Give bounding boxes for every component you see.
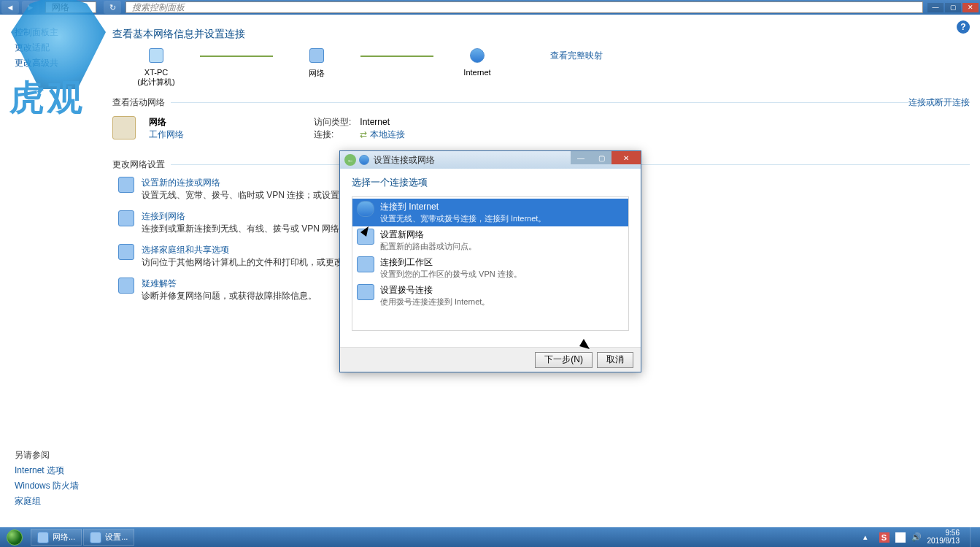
clock-time: 9:56 [927, 529, 960, 538]
section-title: 查看活动网络 [112, 96, 165, 109]
option-desc: 配置新的路由器或访问点。 [380, 241, 477, 252]
network-type-link[interactable]: 工作网络 [149, 129, 184, 139]
taskbar-item[interactable]: 设置... [83, 529, 134, 546]
topo-node-sublabel: (此计算机) [112, 77, 200, 88]
router-icon [357, 229, 374, 245]
refresh-button[interactable]: ↻ [104, 1, 121, 14]
sidebar-link[interactable]: 更改适配 [15, 42, 102, 54]
topo-node-label: XT-PC [112, 68, 200, 77]
forward-button[interactable]: ► [22, 1, 39, 14]
minimize-button[interactable]: — [927, 3, 944, 12]
option-connect-workplace[interactable]: 连接到工作区 设置到您的工作区的拨号或 VPN 连接。 [352, 254, 628, 282]
section-header: 查看活动网络 连接或断开连接 [112, 96, 970, 109]
tray-up-icon[interactable]: ▴ [863, 532, 873, 543]
dialog-maximize-button[interactable]: ▢ [591, 151, 611, 164]
sidebar-link[interactable]: 控制面板主 [15, 26, 102, 39]
task-desc: 诊断并修复网络问题，或获得故障排除信息。 [142, 290, 317, 302]
option-title: 设置新网络 [380, 229, 477, 241]
option-connect-internet[interactable]: 连接到 Internet 设置无线、宽带或拨号连接，连接到 Internet。 [352, 199, 628, 226]
sidebar-link[interactable]: 更改高级共 [15, 57, 102, 69]
dialog-close-button[interactable]: ✕ [611, 151, 641, 164]
taskbar-item-label: 网络... [53, 532, 75, 543]
topo-node-label: Internet [433, 68, 521, 77]
option-title: 设置拨号连接 [380, 284, 490, 297]
task-icon [118, 210, 134, 226]
section-title: 更改网络设置 [112, 158, 165, 171]
globe-icon [470, 48, 485, 63]
see-also-link[interactable]: Windows 防火墙 [15, 480, 102, 492]
option-desc: 设置到您的工作区的拨号或 VPN 连接。 [380, 269, 522, 280]
taskbar-item-label: 设置... [105, 532, 128, 543]
breadcrumb[interactable]: 网络 [45, 1, 96, 13]
taskbar-item[interactable]: 网络... [31, 529, 82, 546]
network-name: 网络 [149, 116, 184, 129]
clock[interactable]: 9:56 2019/8/13 [927, 529, 965, 545]
show-desktop-button[interactable] [970, 527, 977, 547]
dialog-button-row: 下一步(N) 取消 [340, 347, 641, 372]
cancel-button[interactable]: 取消 [597, 352, 633, 368]
phone-icon [357, 284, 374, 300]
sidebar: 控制面板主 更改适配 更改高级共 另请参阅 Internet 选项 Window… [0, 15, 102, 527]
network-profile-icon [112, 116, 136, 139]
start-orb-icon [7, 529, 23, 546]
task-desc: 连接到或重新连接到无线、有线、拨号或 VPN 网络连接。 [142, 223, 366, 235]
computer-icon [149, 48, 163, 63]
topo-link [200, 56, 273, 57]
option-title: 连接到 Internet [380, 201, 546, 213]
page-title: 查看基本网络信息并设置连接 [112, 28, 970, 41]
system-tray: ▴ S 🔊 9:56 2019/8/13 [863, 527, 981, 547]
task-icon [118, 278, 134, 294]
kv-value: Internet [360, 117, 390, 127]
dialog-heading: 选择一个连接选项 [352, 176, 629, 189]
task-title: 连接到网络 [142, 210, 366, 223]
close-button[interactable]: ✕ [962, 3, 979, 12]
next-button[interactable]: 下一步(N) [535, 352, 593, 368]
option-desc: 设置无线、宽带或拨号连接，连接到 Internet。 [380, 213, 546, 224]
globe-icon [357, 201, 374, 217]
task-icon [118, 177, 134, 193]
start-button[interactable] [0, 527, 29, 547]
option-title: 连接到工作区 [380, 256, 522, 269]
kv-key: 访问类型: [314, 116, 358, 129]
building-icon [357, 256, 374, 272]
wizard-dialog: ← 设置连接或网络 — ▢ ✕ 选择一个连接选项 连接到 Internet 设置… [339, 150, 641, 372]
options-listbox: 连接到 Internet 设置无线、宽带或拨号连接，连接到 Internet。 … [352, 196, 629, 331]
view-full-map-link[interactable]: 查看完整映射 [550, 50, 603, 62]
taskbar: 网络... 设置... ▴ S 🔊 9:56 2019/8/13 [0, 527, 980, 547]
connection-link[interactable]: 本地连接 [370, 129, 405, 139]
network-icon [309, 48, 324, 63]
connect-disconnect-link[interactable]: 连接或断开连接 [908, 96, 970, 109]
kv-key: 连接: [314, 129, 358, 141]
network-topology: XT-PC (此计算机) 网络 Internet 查看完整映射 [112, 48, 970, 92]
option-desc: 使用拨号连接连接到 Internet。 [380, 297, 490, 307]
see-also-link[interactable]: 家庭组 [15, 495, 102, 508]
back-button[interactable]: ◄ [1, 1, 19, 14]
address-bar: ◄ ► 网络 ↻ 搜索控制面板 — ▢ ✕ [0, 0, 980, 15]
maximize-button[interactable]: ▢ [945, 3, 961, 12]
ime-icon[interactable]: S [879, 532, 890, 543]
active-network: 网络 工作网络 访问类型: Internet 连接: ⇄ 本地连接 [112, 116, 970, 141]
see-also-header: 另请参阅 [15, 449, 102, 462]
volume-icon[interactable]: 🔊 [911, 532, 922, 543]
topo-node-label: 网络 [273, 68, 360, 79]
wizard-icon [359, 155, 369, 165]
task-icon [118, 244, 134, 260]
search-input[interactable]: 搜索控制面板 [126, 1, 923, 13]
task-title: 疑难解答 [142, 278, 317, 290]
option-setup-network[interactable]: 设置新网络 配置新的路由器或访问点。 [352, 226, 628, 254]
app-icon [37, 532, 49, 543]
option-dialup[interactable]: 设置拨号连接 使用拨号连接连接到 Internet。 [352, 282, 628, 310]
app-icon [90, 532, 101, 543]
clock-date: 2019/8/13 [927, 538, 960, 546]
dialog-minimize-button[interactable]: — [571, 151, 591, 164]
see-also-link[interactable]: Internet 选项 [15, 464, 102, 477]
back-arrow-icon[interactable]: ← [344, 154, 356, 166]
topo-link [360, 56, 433, 57]
flag-icon[interactable] [895, 532, 906, 543]
dialog-title: 设置连接或网络 [374, 154, 435, 167]
